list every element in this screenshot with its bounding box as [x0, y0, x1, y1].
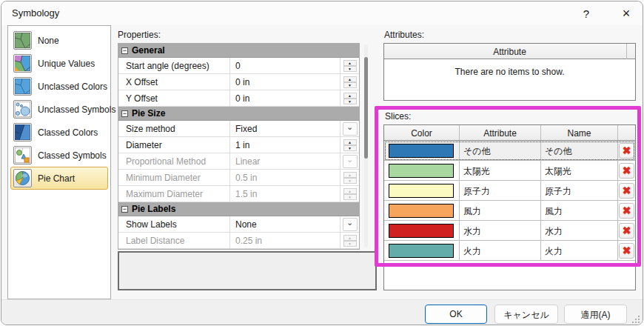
y-offset-field[interactable]: 0 in: [229, 90, 340, 106]
diameter-stepper[interactable]: ▲▼: [340, 137, 359, 153]
collapse-icon[interactable]: −: [121, 47, 128, 54]
slice-delete-cell: ✖: [617, 221, 635, 240]
resize-grip[interactable]: [631, 314, 640, 324]
sidebar-item-pie-chart[interactable]: Pie Chart: [10, 167, 108, 190]
color-swatch[interactable]: [389, 224, 454, 238]
color-swatch[interactable]: [389, 164, 454, 178]
delete-slice-icon[interactable]: ✖: [619, 163, 634, 179]
prop-row-proportional-method: Proportional Method Linear ⌄: [118, 153, 359, 170]
spinner-down-icon[interactable]: ▼: [343, 99, 357, 104]
slice-name-cell[interactable]: その他: [540, 141, 617, 160]
x-offset-field[interactable]: 0 in: [229, 74, 340, 90]
delete-slice-icon[interactable]: ✖: [619, 223, 634, 239]
slice-color-cell[interactable]: [384, 181, 459, 200]
properties-scrollbar-thumb[interactable]: [364, 57, 368, 159]
color-swatch[interactable]: [389, 244, 454, 258]
section-header-pie-labels[interactable]: − Pie Labels: [118, 202, 359, 216]
slice-attribute-cell[interactable]: 水力: [459, 221, 540, 240]
spinner-down-icon[interactable]: ▼: [343, 145, 357, 151]
properties-scrollbar[interactable]: [364, 44, 368, 247]
slice-color-cell[interactable]: [384, 221, 459, 240]
color-swatch[interactable]: [389, 144, 454, 158]
slice-attribute-cell[interactable]: 原子力: [459, 181, 540, 200]
label-distance-field: 0.25 in: [229, 233, 340, 248]
sidebar-item-label: Unique Values: [38, 59, 95, 69]
prop-row-maximum-diameter: Maximum Diameter 1.5 in ▲▼: [118, 186, 359, 202]
slice-color-cell[interactable]: [384, 201, 459, 220]
collapse-icon[interactable]: −: [121, 110, 128, 117]
delete-slice-icon[interactable]: ✖: [619, 243, 634, 259]
slice-row[interactable]: その他 その他 ✖: [384, 141, 635, 161]
slice-color-cell[interactable]: [384, 161, 459, 180]
diameter-field[interactable]: 1 in: [229, 137, 340, 153]
prop-label: Label Distance: [118, 233, 229, 248]
x-offset-stepper[interactable]: ▲▼: [340, 74, 359, 90]
slice-row[interactable]: 太陽光 太陽光 ✖: [384, 161, 635, 181]
section-header-pie-size[interactable]: − Pie Size: [118, 107, 359, 121]
pie-chart-icon: [13, 169, 32, 187]
delete-slice-icon[interactable]: ✖: [619, 203, 634, 219]
slice-row[interactable]: 風力 風力 ✖: [384, 201, 635, 221]
slice-delete-cell: ✖: [617, 161, 635, 180]
color-swatch[interactable]: [389, 204, 454, 218]
sidebar-item-classed-colors[interactable]: Classed Colors: [10, 121, 108, 144]
delete-slice-icon[interactable]: ✖: [619, 143, 634, 159]
sidebar-item-classed-symbols[interactable]: Classed Symbols: [10, 144, 108, 167]
sidebar-item-label: Unclassed Symbols: [38, 104, 115, 115]
sidebar-item-unclassed-symbols[interactable]: Unclassed Symbols: [10, 98, 108, 121]
start-angle-field[interactable]: 0: [229, 58, 340, 73]
slice-color-cell[interactable]: [384, 141, 459, 160]
delete-slice-icon[interactable]: ✖: [619, 183, 634, 199]
attributes-empty-message: There are no items to show.: [384, 67, 635, 77]
help-button[interactable]: ?: [570, 1, 603, 25]
slice-name-cell[interactable]: 風力: [540, 201, 617, 220]
slice-name-cell[interactable]: 火力: [540, 241, 617, 260]
size-method-dropdown-button[interactable]: ⌄: [340, 121, 359, 136]
sidebar-item-unique-values[interactable]: Unique Values: [10, 52, 108, 75]
size-method-dropdown[interactable]: Fixed: [229, 121, 340, 136]
y-offset-stepper[interactable]: ▲▼: [340, 90, 359, 106]
slice-attribute-cell[interactable]: その他: [459, 141, 540, 160]
show-labels-dropdown[interactable]: None: [229, 216, 340, 232]
attributes-column-header[interactable]: Attribute: [384, 44, 635, 59]
section-header-general[interactable]: − General: [118, 44, 359, 58]
chevron-down-icon[interactable]: ⌄: [343, 218, 358, 231]
close-icon[interactable]: ×: [610, 1, 643, 25]
spinner-up-icon[interactable]: ▲: [343, 139, 357, 145]
cancel-button[interactable]: キャンセル: [494, 305, 558, 324]
slices-panel-label: Slices:: [385, 111, 411, 122]
slice-row[interactable]: 原子力 原子力 ✖: [384, 181, 635, 201]
slice-name-cell[interactable]: 太陽光: [540, 161, 617, 180]
slice-attribute-cell[interactable]: 風力: [459, 201, 540, 220]
title-bar[interactable]: Symbology ? ×: [1, 1, 643, 25]
prop-row-x-offset: X Offset 0 in ▲▼: [118, 74, 359, 90]
slice-row[interactable]: 水力 水力 ✖: [384, 221, 635, 241]
name-column-header[interactable]: Name: [540, 125, 617, 140]
sidebar-item-unclassed-colors[interactable]: Unclassed Colors: [10, 75, 108, 98]
section-label: General: [132, 45, 165, 56]
ok-button[interactable]: OK: [425, 305, 487, 324]
attribute-column-header[interactable]: Attribute: [459, 125, 540, 140]
slice-attribute-cell[interactable]: 太陽光: [459, 161, 540, 180]
collapse-icon[interactable]: −: [121, 206, 128, 213]
color-swatch[interactable]: [389, 184, 454, 198]
spinner-up-icon[interactable]: ▲: [343, 76, 357, 82]
color-column-header[interactable]: Color: [384, 125, 459, 140]
spinner-up-icon[interactable]: ▲: [343, 93, 357, 99]
spinner-down-icon[interactable]: ▼: [343, 82, 357, 88]
slice-attribute-cell[interactable]: 火力: [459, 241, 540, 260]
classed-symbols-icon: [13, 146, 32, 164]
apply-button[interactable]: 適用(A): [564, 305, 627, 324]
slice-row[interactable]: 火力 火力 ✖: [384, 241, 635, 261]
slice-name-cell[interactable]: 水力: [540, 221, 617, 240]
prop-row-diameter: Diameter 1 in ▲▼: [118, 137, 359, 153]
prop-label: Diameter: [118, 137, 229, 153]
slice-color-cell[interactable]: [384, 241, 459, 260]
sidebar-item-none[interactable]: None: [10, 29, 108, 52]
spinner-up-icon[interactable]: ▲: [343, 60, 357, 66]
spinner-down-icon[interactable]: ▼: [343, 66, 357, 72]
show-labels-dropdown-button[interactable]: ⌄: [340, 216, 359, 232]
start-angle-stepper[interactable]: ▲▼: [340, 58, 359, 73]
slice-name-cell[interactable]: 原子力: [540, 181, 617, 200]
chevron-down-icon[interactable]: ⌄: [343, 122, 358, 136]
